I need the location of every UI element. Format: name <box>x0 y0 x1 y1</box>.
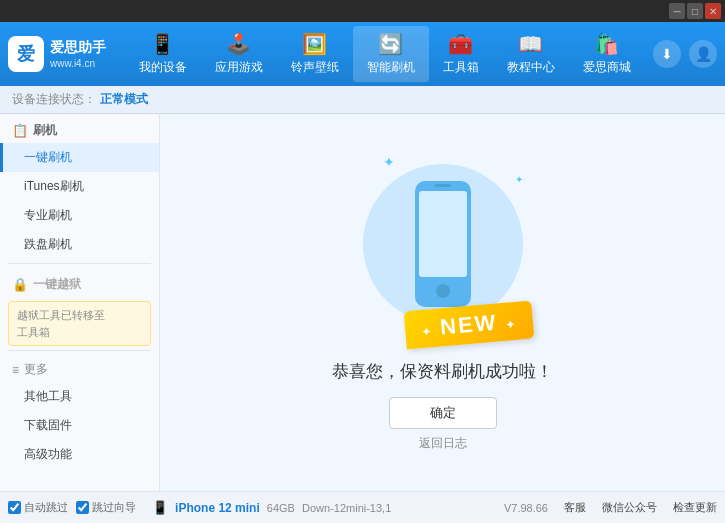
nav-item-my-device[interactable]: 📱 我的设备 <box>125 26 201 82</box>
nav-bar: 爱 爱思助手 www.i4.cn 📱 我的设备 🕹️ 应用游戏 🖼️ 铃声壁纸 … <box>0 22 725 86</box>
status-value: 正常模式 <box>100 91 148 108</box>
sidebar: 📋 刷机 一键刷机 iTunes刷机 专业刷机 跌盘刷机 🔒 一键越狱 越狱工具… <box>0 114 160 491</box>
success-text: 恭喜您，保资料刷机成功啦！ <box>332 360 553 383</box>
device-name: iPhone 12 mini <box>175 501 260 515</box>
sidebar-item-one-key-flash[interactable]: 一键刷机 <box>0 143 159 172</box>
sidebar-divider-2 <box>8 350 151 351</box>
sidebar-divider-1 <box>8 263 151 264</box>
phone-circle: ✦ ✦ <box>363 164 523 324</box>
flash-section-label: 刷机 <box>33 122 57 139</box>
brand-name: 爱思助手 <box>50 38 106 56</box>
itunes-flash-label: iTunes刷机 <box>24 179 84 193</box>
sidebar-item-dual-flash[interactable]: 跌盘刷机 <box>0 230 159 259</box>
flash-section-icon: 📋 <box>12 123 28 138</box>
nav-items: 📱 我的设备 🕹️ 应用游戏 🖼️ 铃声壁纸 🔄 智能刷机 🧰 工具箱 📖 教程… <box>116 26 653 82</box>
logo-text: 爱思助手 www.i4.cn <box>50 38 106 69</box>
close-button[interactable]: ✕ <box>705 3 721 19</box>
bottom-bar: 自动跳过 跳过向导 📱 iPhone 12 mini 64GB Down-12m… <box>0 491 725 523</box>
brand-url: www.i4.cn <box>50 57 106 70</box>
sidebar-item-download-firmware[interactable]: 下载固件 <box>0 411 159 440</box>
nav-item-app-game[interactable]: 🕹️ 应用游戏 <box>201 26 277 82</box>
one-key-flash-label: 一键刷机 <box>24 150 72 164</box>
device-version: Down-12mini-13,1 <box>302 502 391 514</box>
title-bar: ─ □ ✕ <box>0 0 725 22</box>
user-button[interactable]: 👤 <box>689 40 717 68</box>
auto-skip-checkbox[interactable] <box>8 501 21 514</box>
toolbox-icon: 🧰 <box>448 32 473 56</box>
download-button[interactable]: ⬇ <box>653 40 681 68</box>
smart-flash-icon: 🔄 <box>378 32 403 56</box>
sparkle-2: ✦ <box>515 174 523 185</box>
tutorial-icon: 📖 <box>518 32 543 56</box>
phone-container: ✦ ✦ ✦ NEW ✦ <box>363 154 523 344</box>
nav-item-tutorial-label: 教程中心 <box>507 59 555 76</box>
svg-rect-1 <box>419 191 467 277</box>
more-section-icon: ≡ <box>12 363 19 377</box>
ringtone-icon: 🖼️ <box>302 32 327 56</box>
status-bar: 设备连接状态： 正常模式 <box>0 86 725 114</box>
check-update-link[interactable]: 检查更新 <box>673 500 717 515</box>
phone-svg <box>407 179 479 309</box>
wechat-link[interactable]: 微信公众号 <box>602 500 657 515</box>
checkbox-auto-skip[interactable]: 自动跳过 <box>8 500 68 515</box>
restore-button[interactable]: □ <box>687 3 703 19</box>
success-illustration: ✦ ✦ ✦ NEW ✦ 恭喜您，保资料刷机成功啦！ 确定 返回日志 <box>332 154 553 452</box>
dual-flash-label: 跌盘刷机 <box>24 237 72 251</box>
app-game-icon: 🕹️ <box>226 32 251 56</box>
svg-point-2 <box>436 284 450 298</box>
version-text: V7.98.66 <box>504 502 548 514</box>
sidebar-item-other-tools[interactable]: 其他工具 <box>0 382 159 411</box>
nav-item-toolbox-label: 工具箱 <box>443 59 479 76</box>
svg-rect-3 <box>435 184 451 187</box>
sidebar-item-advanced[interactable]: 高级功能 <box>0 440 159 469</box>
status-label: 设备连接状态： <box>12 91 96 108</box>
bottom-right: V7.98.66 客服 微信公众号 检查更新 <box>504 500 717 515</box>
nav-item-smart-flash-label: 智能刷机 <box>367 59 415 76</box>
advanced-label: 高级功能 <box>24 447 72 461</box>
nav-item-my-device-label: 我的设备 <box>139 59 187 76</box>
nav-item-ringtone[interactable]: 🖼️ 铃声壁纸 <box>277 26 353 82</box>
download-firmware-label: 下载固件 <box>24 418 72 432</box>
sparkle-1: ✦ <box>383 154 395 170</box>
bottom-left: 自动跳过 跳过向导 📱 iPhone 12 mini 64GB Down-12m… <box>8 500 504 515</box>
auto-skip-label: 自动跳过 <box>24 500 68 515</box>
checkbox-skip-wizard[interactable]: 跳过向导 <box>76 500 136 515</box>
nav-item-tutorial[interactable]: 📖 教程中心 <box>493 26 569 82</box>
cancel-link[interactable]: 返回日志 <box>419 435 467 452</box>
nav-item-toolbox[interactable]: 🧰 工具箱 <box>429 26 493 82</box>
nav-item-app-game-label: 应用游戏 <box>215 59 263 76</box>
nav-logo: 爱 爱思助手 www.i4.cn <box>8 36 106 72</box>
nav-item-mall[interactable]: 🛍️ 爱思商城 <box>569 26 645 82</box>
nav-item-mall-label: 爱思商城 <box>583 59 631 76</box>
nav-right: ⬇ 👤 <box>653 40 717 68</box>
sidebar-item-itunes-flash[interactable]: iTunes刷机 <box>0 172 159 201</box>
sidebar-item-pro-flash[interactable]: 专业刷机 <box>0 201 159 230</box>
more-section-title: ≡ 更多 <box>0 355 159 382</box>
main-layout: 📋 刷机 一键刷机 iTunes刷机 专业刷机 跌盘刷机 🔒 一键越狱 越狱工具… <box>0 114 725 491</box>
minimize-button[interactable]: ─ <box>669 3 685 19</box>
other-tools-label: 其他工具 <box>24 389 72 403</box>
more-section-label: 更多 <box>24 361 48 378</box>
confirm-button[interactable]: 确定 <box>389 397 497 429</box>
device-info-block: 📱 iPhone 12 mini 64GB Down-12mini-13,1 <box>152 500 391 515</box>
logo-icon: 爱 <box>8 36 44 72</box>
mall-icon: 🛍️ <box>594 32 619 56</box>
my-device-icon: 📱 <box>150 32 175 56</box>
skip-wizard-checkbox[interactable] <box>76 501 89 514</box>
skip-wizard-label: 跳过向导 <box>92 500 136 515</box>
device-capacity: 64GB <box>267 502 295 514</box>
jailbreak-warning: 越狱工具已转移至工具箱 <box>8 301 151 346</box>
flash-section-title: 📋 刷机 <box>0 114 159 143</box>
customer-service-link[interactable]: 客服 <box>564 500 586 515</box>
nav-item-ringtone-label: 铃声壁纸 <box>291 59 339 76</box>
jailbreak-label: 一键越狱 <box>33 276 81 293</box>
nav-item-smart-flash[interactable]: 🔄 智能刷机 <box>353 26 429 82</box>
content-area: ✦ ✦ ✦ NEW ✦ 恭喜您，保资料刷机成功啦！ 确定 返回日志 <box>160 114 725 491</box>
jailbreak-warning-text: 越狱工具已转移至工具箱 <box>17 309 105 338</box>
pro-flash-label: 专业刷机 <box>24 208 72 222</box>
jailbreak-section-title: 🔒 一键越狱 <box>0 268 159 297</box>
